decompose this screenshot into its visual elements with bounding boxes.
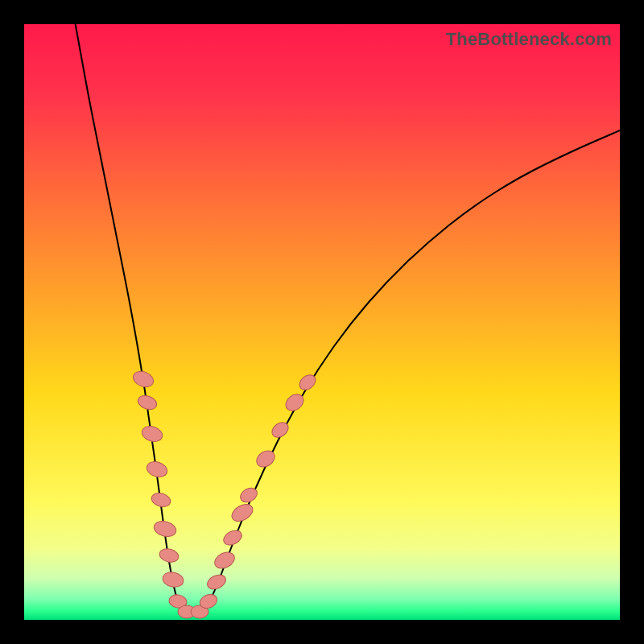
curve-layer bbox=[24, 24, 620, 620]
bead-marker bbox=[161, 570, 184, 588]
bead-marker bbox=[136, 393, 159, 411]
bead-marker bbox=[140, 423, 164, 444]
bead-marker bbox=[205, 572, 229, 592]
bead-marker bbox=[150, 491, 171, 509]
bead-marker bbox=[145, 459, 169, 479]
bead-marker bbox=[212, 549, 237, 572]
bead-marker bbox=[221, 527, 245, 547]
bead-marker bbox=[254, 448, 278, 470]
bead-marker bbox=[131, 369, 156, 390]
chart-stage: TheBottleneck.com bbox=[0, 0, 644, 644]
bead-group bbox=[131, 369, 319, 618]
plot-area: TheBottleneck.com bbox=[24, 24, 620, 620]
bead-marker bbox=[158, 547, 180, 564]
bead-marker bbox=[152, 519, 178, 539]
